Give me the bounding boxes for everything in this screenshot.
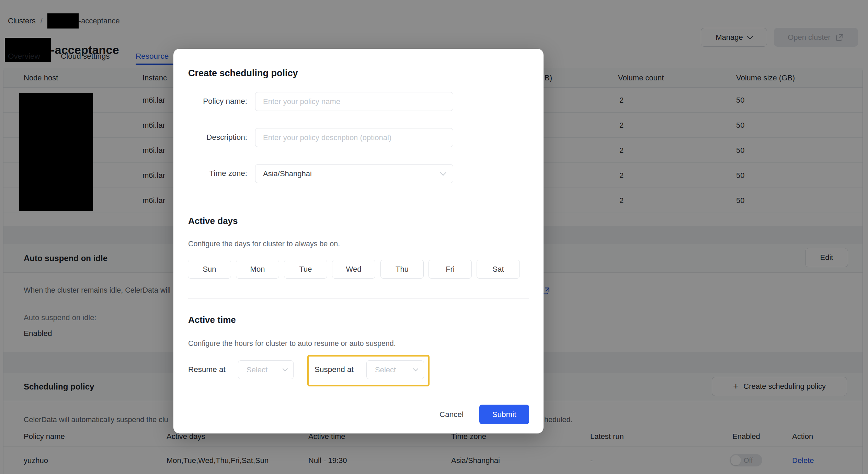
divider	[188, 200, 529, 200]
suspend-at-select[interactable]: Select	[366, 360, 424, 379]
cluster-detail-page: Clusters / -acceptance -acceptance Manag…	[0, 0, 868, 474]
policy-name-label: Policy name:	[173, 97, 247, 106]
day-button-thu[interactable]: Thu	[380, 260, 424, 279]
submit-button[interactable]: Submit	[479, 405, 529, 424]
chevron-down-icon	[283, 366, 288, 372]
active-time-description: Configure the hours for cluster to auto …	[188, 339, 396, 348]
day-button-wed[interactable]: Wed	[332, 260, 375, 279]
active-time-heading: Active time	[188, 315, 236, 325]
day-button-sun[interactable]: Sun	[188, 260, 231, 279]
day-button-fri[interactable]: Fri	[429, 260, 472, 279]
day-button-tue[interactable]: Tue	[284, 260, 327, 279]
description-label: Description:	[173, 133, 247, 142]
suspend-at-value: Select	[375, 365, 396, 374]
chevron-down-icon	[440, 169, 446, 176]
resume-at-label: Resume at	[188, 365, 226, 374]
description-input[interactable]	[255, 128, 453, 147]
suspend-at-label: Suspend at	[315, 365, 354, 374]
resume-at-select[interactable]: Select	[238, 360, 294, 379]
day-button-sat[interactable]: Sat	[477, 260, 520, 279]
active-days-heading: Active days	[188, 216, 238, 226]
time-zone-select[interactable]: Asia/Shanghai	[255, 164, 453, 183]
modal-title: Create scheduling policy	[188, 68, 298, 79]
time-zone-value: Asia/Shanghai	[263, 169, 312, 178]
resume-at-value: Select	[247, 365, 267, 374]
cancel-button[interactable]: Cancel	[436, 405, 467, 424]
chevron-down-icon	[413, 366, 419, 372]
policy-name-input[interactable]	[255, 92, 453, 111]
create-scheduling-policy-modal: Create scheduling policy Policy name: De…	[173, 49, 544, 433]
day-button-mon[interactable]: Mon	[236, 260, 279, 279]
active-days-description: Configure the days for cluster to always…	[188, 240, 340, 248]
time-zone-label: Time zone:	[173, 169, 247, 178]
divider	[188, 298, 529, 299]
